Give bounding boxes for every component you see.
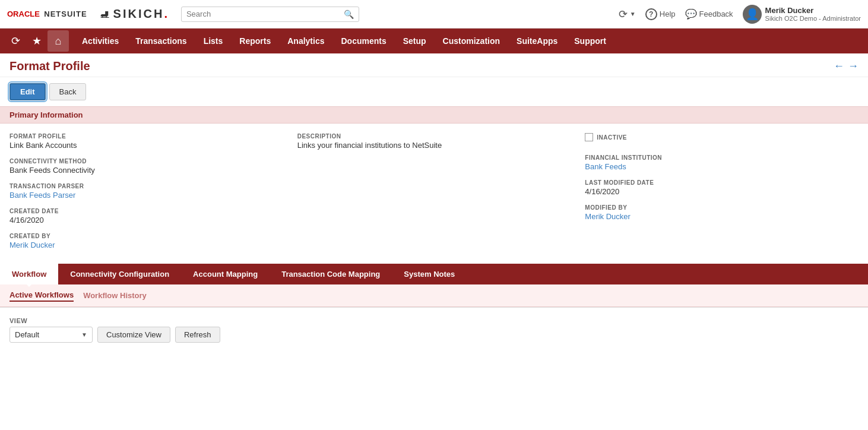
nav-item-support[interactable]: Support [566, 29, 614, 53]
sikich-logo: ⛸ SIKICH. [99, 7, 169, 21]
financial-institution-link[interactable]: Bank Feeds [585, 162, 859, 171]
view-section-inner: VIEW Default ▼ Customize View Refresh [9, 317, 220, 343]
sikich-icon: ⛸ [99, 7, 111, 21]
inactive-row: INACTIVE [585, 133, 859, 141]
financial-institution-group: FINANCIAL INSTITUTION Bank Feeds [585, 154, 859, 171]
search-input[interactable] [186, 10, 344, 18]
subtab-active-workflows[interactable]: Active Workflows [9, 289, 74, 302]
last-modified-value: 4/16/2020 [585, 187, 859, 196]
top-header: ORACLE NETSUITE ⛸ SIKICH. 🔍 ⟳ ▼ ? Help 💬… [0, 0, 868, 29]
created-by-label: CREATED BY [9, 233, 283, 239]
middle-column: DESCRIPTION Links your financial institu… [297, 133, 571, 249]
left-column: FORMAT PROFILE Link Bank Accounts CONNEC… [9, 133, 283, 249]
view-select-value: Default [15, 330, 39, 339]
recent-transactions-button[interactable]: ⟳ ▼ [619, 8, 636, 21]
nav-item-documents[interactable]: Documents [332, 29, 394, 53]
nav-home-button[interactable]: ⌂ [47, 30, 69, 52]
right-column: INACTIVE FINANCIAL INSTITUTION Bank Feed… [585, 133, 859, 249]
avatar: 👤 [743, 5, 762, 24]
view-controls: Default ▼ Customize View Refresh [9, 327, 220, 343]
nav-items: Activities Transactions Lists Reports An… [74, 29, 614, 53]
nav-item-analytics[interactable]: Analytics [279, 29, 332, 53]
nav-recent-icon: ⟳ [11, 34, 20, 48]
action-buttons: Edit Back [0, 77, 868, 106]
format-profile-value: Link Bank Accounts [9, 141, 283, 150]
nav-item-customization[interactable]: Customization [435, 29, 508, 53]
view-section: VIEW Default ▼ Customize View Refresh [0, 308, 868, 352]
tab-workflow[interactable]: Workflow [0, 264, 58, 284]
transaction-parser-label: TRANSACTION PARSER [9, 183, 283, 189]
header-actions: ⟳ ▼ ? Help 💬 Feedback 👤 Merik Ducker Sik… [619, 5, 861, 24]
subtab-workflow-history[interactable]: Workflow History [83, 290, 147, 301]
workflow-subtabs: Active Workflows Workflow History [0, 284, 868, 307]
recent-chevron: ▼ [630, 11, 636, 17]
refresh-button[interactable]: Refresh [175, 327, 220, 343]
primary-info: FORMAT PROFILE Link Bank Accounts CONNEC… [0, 124, 868, 259]
primary-info-section-header: Primary Information [0, 106, 868, 124]
nav-next-button[interactable]: → [848, 60, 859, 72]
page-title: Format Profile [9, 59, 90, 73]
transaction-parser-group: TRANSACTION PARSER Bank Feeds Parser [9, 183, 283, 200]
modified-by-label: MODIFIED BY [585, 204, 859, 211]
recent-icon: ⟳ [619, 8, 628, 21]
back-button[interactable]: Back [49, 83, 87, 100]
created-by-link[interactable]: Merik Ducker [9, 241, 283, 249]
tab-connectivity-configuration[interactable]: Connectivity Configuration [58, 264, 181, 284]
feedback-label: Feedback [699, 10, 733, 18]
description-group: DESCRIPTION Links your financial institu… [297, 133, 571, 150]
workflow-content: Active Workflows Workflow History VIEW D… [0, 284, 868, 352]
view-select[interactable]: Default ▼ [9, 327, 93, 343]
tab-account-mapping[interactable]: Account Mapping [181, 264, 270, 284]
user-info[interactable]: 👤 Merik Ducker Sikich O2C Demo - Adminis… [743, 5, 861, 24]
sikich-text: SIKICH. [113, 7, 169, 21]
nav-recent-button[interactable]: ⟳ [5, 30, 26, 52]
nav-bar: ⟳ ★ ⌂ Activities Transactions Lists Repo… [0, 29, 868, 53]
nav-star-button[interactable]: ★ [26, 30, 47, 52]
connectivity-method-group: CONNECTIVITY METHOD Bank Feeds Connectiv… [9, 158, 283, 175]
oracle-netsuite-logo: ORACLE NETSUITE [7, 10, 87, 18]
created-date-group: CREATED DATE 4/16/2020 [9, 208, 283, 225]
chevron-down-icon: ▼ [81, 331, 87, 338]
inactive-label: INACTIVE [597, 134, 627, 141]
created-date-label: CREATED DATE [9, 208, 283, 214]
feedback-icon: 💬 [685, 8, 697, 20]
nav-item-lists[interactable]: Lists [195, 29, 232, 53]
search-icon: 🔍 [344, 10, 354, 19]
nav-item-suiteapps[interactable]: SuiteApps [508, 29, 566, 53]
tab-system-notes[interactable]: System Notes [392, 264, 467, 284]
nav-arrows: ← → [834, 60, 859, 72]
avatar-icon: 👤 [746, 8, 759, 21]
help-label: Help [660, 10, 676, 18]
connectivity-method-value: Bank Feeds Connectivity [9, 166, 283, 175]
description-label: DESCRIPTION [297, 133, 571, 140]
last-modified-group: LAST MODIFIED DATE 4/16/2020 [585, 179, 859, 196]
help-button[interactable]: ? Help [645, 8, 676, 20]
customize-view-button[interactable]: Customize View [97, 327, 170, 343]
user-name: Merik Ducker [765, 6, 861, 15]
modified-by-group: MODIFIED BY Merik Ducker [585, 204, 859, 221]
help-icon: ? [645, 8, 657, 20]
created-by-group: CREATED BY Merik Ducker [9, 233, 283, 249]
nav-home-icon: ⌂ [55, 35, 62, 48]
format-profile-label: FORMAT PROFILE [9, 133, 283, 140]
modified-by-link[interactable]: Merik Ducker [585, 212, 859, 221]
description-value: Links your financial institutions to Net… [297, 141, 571, 150]
view-label: VIEW [9, 317, 220, 324]
tabs-bar: Workflow Connectivity Configuration Acco… [0, 264, 868, 284]
user-details: Merik Ducker Sikich O2C Demo - Administr… [765, 6, 861, 22]
nav-item-setup[interactable]: Setup [395, 29, 435, 53]
inactive-checkbox[interactable] [585, 133, 593, 141]
nav-item-reports[interactable]: Reports [231, 29, 279, 53]
search-bar[interactable]: 🔍 [181, 7, 359, 22]
nav-star-icon: ★ [32, 34, 42, 48]
page-title-bar: Format Profile ← → [0, 53, 868, 77]
transaction-parser-link[interactable]: Bank Feeds Parser [9, 191, 283, 200]
created-date-value: 4/16/2020 [9, 216, 283, 225]
nav-prev-button[interactable]: ← [834, 60, 844, 72]
nav-item-transactions[interactable]: Transactions [127, 29, 195, 53]
nav-item-activities[interactable]: Activities [74, 29, 127, 53]
inactive-group: INACTIVE [585, 133, 859, 146]
feedback-button[interactable]: 💬 Feedback [685, 8, 733, 20]
tab-transaction-code-mapping[interactable]: Transaction Code Mapping [270, 264, 392, 284]
edit-button[interactable]: Edit [9, 83, 46, 100]
